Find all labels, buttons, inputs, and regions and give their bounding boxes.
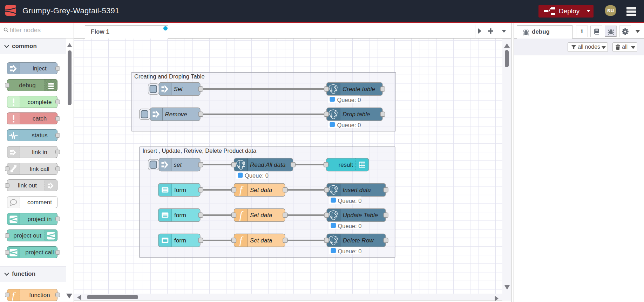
svg-text:Queue: 0: Queue: 0 bbox=[338, 248, 362, 254]
svg-text:form: form bbox=[174, 212, 186, 219]
svg-text:Remove: Remove bbox=[165, 111, 187, 118]
svg-text:Read All data: Read All data bbox=[250, 162, 285, 168]
svg-text:Insert , Update, Retrive, Dele: Insert , Update, Retrive, Delete Product… bbox=[143, 147, 257, 154]
svg-text:Queue: 0: Queue: 0 bbox=[245, 172, 269, 179]
svg-text:Queue: 0: Queue: 0 bbox=[337, 122, 361, 128]
svg-text:set: set bbox=[174, 162, 182, 168]
svg-text:form: form bbox=[174, 187, 186, 193]
svg-text:Delete Row: Delete Row bbox=[343, 237, 374, 244]
svg-text:Set data: Set data bbox=[250, 187, 272, 193]
svg-text:Queue: 0: Queue: 0 bbox=[337, 97, 361, 103]
svg-text:f: f bbox=[12, 290, 16, 301]
svg-text:Queue: 0: Queue: 0 bbox=[338, 198, 362, 204]
svg-text:Update Table: Update Table bbox=[343, 212, 378, 219]
svg-text:Create table: Create table bbox=[343, 86, 375, 92]
svg-text:result: result bbox=[339, 162, 353, 168]
svg-text:form: form bbox=[174, 237, 186, 244]
svg-text:Set data: Set data bbox=[250, 237, 272, 244]
svg-text:Creating and Droping Table: Creating and Droping Table bbox=[134, 73, 205, 80]
svg-text:Set data: Set data bbox=[250, 212, 272, 219]
svg-text:Drop table: Drop table bbox=[343, 111, 370, 118]
svg-text:Queue: 0: Queue: 0 bbox=[338, 223, 362, 229]
svg-text:Insert data: Insert data bbox=[343, 187, 371, 193]
svg-text:Set: Set bbox=[174, 86, 183, 92]
